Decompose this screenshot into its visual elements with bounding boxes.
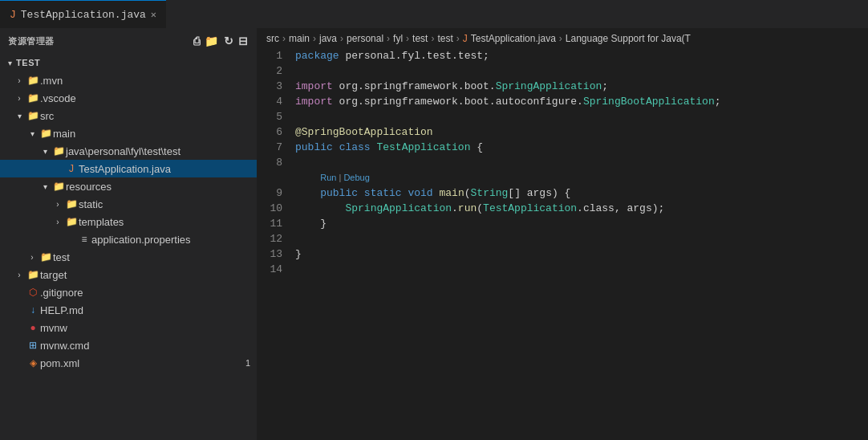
sidebar-title: 资源管理器 <box>8 35 55 47</box>
static-label: static <box>79 198 103 210</box>
breadcrumb-java: java <box>319 33 337 44</box>
sep3: › <box>340 33 343 44</box>
mvnwcmd-label: mvnw.cmd <box>40 340 89 352</box>
code-editor[interactable]: 1 2 3 4 5 6 7 8 9 10 11 12 13 14 package… <box>257 48 868 440</box>
sidebar-item-static[interactable]: › 📁 static <box>0 195 257 213</box>
TestApplication-label: TestApplication.java <box>79 163 171 175</box>
sidebar-header-icons: ⎙ 📁 ↻ ⊟ <box>193 35 249 47</box>
download-icon: ↓ <box>26 304 40 316</box>
folder-icon: 📁 <box>64 198 79 210</box>
vscode-label: .vscode <box>40 92 76 104</box>
windows-icon: ⊞ <box>26 340 40 351</box>
sidebar-item-vscode[interactable]: › 📁 .vscode <box>0 89 257 107</box>
breadcrumb: src › main › java › personal › fyl › tes… <box>257 28 868 48</box>
sidebar-item-mvnwcmd[interactable]: ⊞ mvnw.cmd <box>0 336 257 354</box>
main-area: 资源管理器 ⎙ 📁 ↻ ⊟ ▾ TEST › 📁 .mvn › 📁 <box>0 28 868 440</box>
sidebar-item-main[interactable]: ▾ 📁 main <box>0 124 257 142</box>
breadcrumb-src: src <box>266 33 279 44</box>
folder-icon: 📁 <box>26 75 40 86</box>
chevron-down-icon: ▾ <box>39 147 51 156</box>
sidebar-item-gitignore[interactable]: ⬡ .gitignore <box>0 283 257 301</box>
folder-icon: 📁 <box>26 110 40 121</box>
close-tab-icon[interactable]: ✕ <box>151 9 156 21</box>
new-folder-icon[interactable]: 📁 <box>205 35 219 47</box>
breadcrumb-personal: personal <box>347 33 383 44</box>
refresh-icon[interactable]: ↻ <box>224 35 234 47</box>
sidebar-item-mvn[interactable]: › 📁 .mvn <box>0 71 257 89</box>
templates-label: templates <box>79 216 124 228</box>
chevron-down-icon: ▾ <box>13 112 26 120</box>
sidebar-header: 资源管理器 ⎙ 📁 ↻ ⊟ <box>0 28 257 54</box>
chevron-right-icon: › <box>13 76 26 85</box>
breadcrumb-filename: TestApplication.java <box>471 33 556 44</box>
breadcrumb-lang: Language Support for Java(T <box>566 33 691 44</box>
tab-bar: J TestApplication.java ✕ <box>0 0 868 28</box>
sidebar-item-application-props[interactable]: ≡ application.properties <box>0 230 257 248</box>
sidebar-root-test[interactable]: ▾ TEST <box>0 54 257 71</box>
tab-label: TestApplication.java <box>21 9 146 21</box>
chevron-right-icon: › <box>13 94 26 103</box>
collapse-all-icon[interactable]: ⊟ <box>238 35 249 47</box>
application-props-label: application.properties <box>91 234 191 246</box>
tab-TestApplication[interactable]: J TestApplication.java ✕ <box>0 0 166 28</box>
sidebar-item-helpmd[interactable]: ↓ HELP.md <box>0 301 257 319</box>
sep7: › <box>456 33 460 44</box>
breadcrumb-fyl: fyl <box>393 33 403 44</box>
pomxml-badge: 1 <box>245 358 250 368</box>
sep2: › <box>313 33 316 44</box>
sidebar-item-src[interactable]: ▾ 📁 src <box>0 107 257 124</box>
sidebar-item-target[interactable]: › 📁 target <box>0 266 257 283</box>
new-file-icon[interactable]: ⎙ <box>193 35 201 47</box>
sidebar-item-pomxml[interactable]: ◈ pom.xml 1 <box>0 354 257 372</box>
sep5: › <box>406 33 409 44</box>
test-folder-label: test <box>53 251 70 263</box>
resources-label: resources <box>66 181 112 193</box>
chevron-down-icon: ▾ <box>39 182 51 191</box>
breadcrumb-test1: test <box>412 33 428 44</box>
chevron-right-icon: › <box>26 253 39 262</box>
helpmd-label: HELP.md <box>40 304 83 316</box>
chevron-down-icon: ▾ <box>3 59 16 67</box>
folder-icon: 📁 <box>51 181 66 192</box>
code-lines[interactable]: package personal.fyl.test.test; import o… <box>289 48 868 440</box>
sidebar-item-java-path[interactable]: ▾ 📁 java\personal\fyl\test\test <box>0 142 257 160</box>
sidebar-item-TestApplication[interactable]: J TestApplication.java <box>0 160 257 177</box>
sep1: › <box>282 33 286 44</box>
folder-icon: 📁 <box>39 128 53 139</box>
folder-icon: 📁 <box>64 216 79 227</box>
sidebar-item-mvnw[interactable]: ● mvnw <box>0 319 257 336</box>
editor-area: src › main › java › personal › fyl › tes… <box>257 28 868 440</box>
props-file-icon: ≡ <box>77 234 91 245</box>
java-file-icon: J <box>64 163 79 174</box>
sep8: › <box>559 33 562 44</box>
chevron-right-icon: › <box>51 200 64 209</box>
sep4: › <box>387 33 390 44</box>
mvn-label: .mvn <box>40 75 63 87</box>
main-label: main <box>53 128 75 140</box>
chevron-right-icon: › <box>51 218 64 226</box>
java-tab-icon: J <box>10 9 16 21</box>
sidebar-item-resources[interactable]: ▾ 📁 resources <box>0 177 257 195</box>
sidebar: 资源管理器 ⎙ 📁 ↻ ⊟ ▾ TEST › 📁 .mvn › 📁 <box>0 28 257 440</box>
pomxml-label: pom.xml <box>40 357 79 369</box>
mvnw-icon: ● <box>26 322 40 333</box>
gitignore-label: .gitignore <box>40 287 83 299</box>
java-breadcrumb-icon: J <box>463 33 468 44</box>
folder-icon: 📁 <box>51 145 66 157</box>
java-path-label: java\personal\fyl\test\test <box>66 145 180 157</box>
folder-icon: 📁 <box>26 269 40 280</box>
sidebar-item-test-folder[interactable]: › 📁 test <box>0 248 257 266</box>
chevron-right-icon: › <box>13 271 26 279</box>
chevron-down-icon: ▾ <box>26 129 39 138</box>
sidebar-item-templates[interactable]: › 📁 templates <box>0 213 257 230</box>
git-icon: ⬡ <box>26 287 40 298</box>
src-label: src <box>40 110 54 122</box>
target-label: target <box>40 269 67 281</box>
folder-icon: 📁 <box>26 92 40 104</box>
line-numbers: 1 2 3 4 5 6 7 8 9 10 11 12 13 14 <box>257 48 289 440</box>
folder-icon: 📁 <box>39 251 53 263</box>
breadcrumb-main: main <box>289 33 310 44</box>
xml-icon: ◈ <box>26 357 40 369</box>
mvnw-label: mvnw <box>40 322 67 334</box>
root-label: TEST <box>16 58 40 67</box>
